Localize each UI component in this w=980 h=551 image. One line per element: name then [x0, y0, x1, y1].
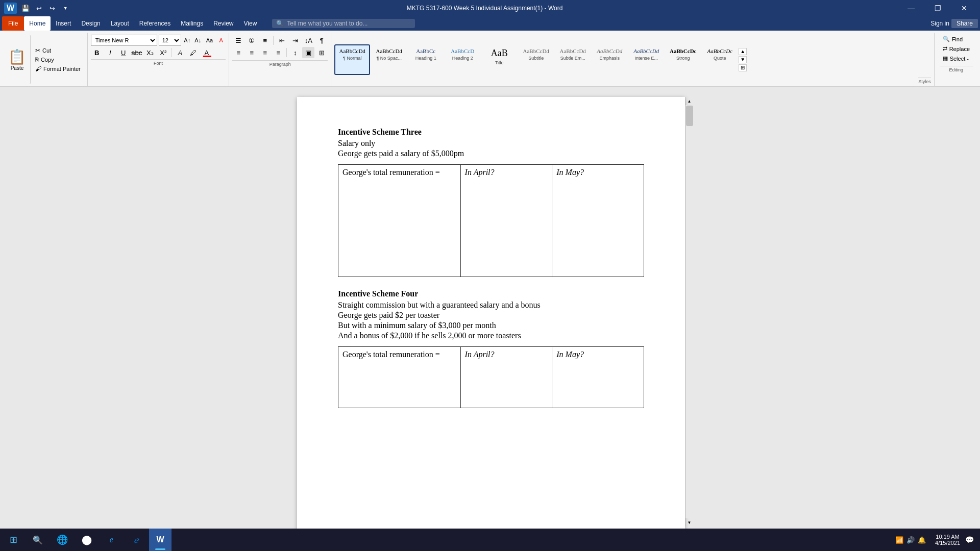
align-left-button[interactable]: ≡ [232, 47, 244, 58]
start-button[interactable]: ⊞ [2, 529, 24, 551]
paragraph-label: Paragraph [232, 60, 328, 68]
font-grow-button[interactable]: A↑ [183, 36, 192, 45]
quick-save-icon[interactable]: 💾 [21, 4, 30, 13]
sort-button[interactable]: ↕A [302, 35, 314, 46]
styles-expand[interactable]: ⊞ [739, 64, 747, 71]
table-cell-label-s4[interactable]: George's total remuneration = [338, 347, 461, 408]
tray-network-icon[interactable]: 📶 [895, 536, 903, 544]
search-button[interactable]: 🔍 [27, 529, 49, 551]
styles-scroll-up[interactable]: ▲ [739, 48, 747, 55]
menu-mailings[interactable]: Mailings [176, 16, 208, 31]
text-highlight-button[interactable]: 🖊 [187, 47, 200, 58]
scroll-down-button[interactable]: ▼ [685, 518, 694, 527]
decrease-indent-button[interactable]: ⇤ [276, 35, 288, 46]
sign-in-link[interactable]: Sign in [930, 20, 949, 27]
table-cell-label[interactable]: George's total remuneration = [338, 165, 461, 277]
minimize-button[interactable]: — [899, 0, 923, 16]
superscript-button[interactable]: X² [157, 47, 169, 58]
style-strong[interactable]: AaBbCcDc Strong [665, 44, 701, 75]
ie-icon[interactable]: e [100, 529, 122, 551]
table-cell-may-s4[interactable]: In May? [552, 347, 644, 408]
underline-button[interactable]: U [117, 47, 130, 58]
menu-review[interactable]: Review [208, 16, 238, 31]
menu-view[interactable]: View [239, 16, 262, 31]
quick-access-dropdown[interactable]: ▼ [61, 4, 70, 13]
ie2-icon[interactable]: ℯ [125, 529, 147, 551]
styles-scroll-down[interactable]: ▼ [739, 56, 747, 63]
menu-references[interactable]: References [134, 16, 176, 31]
justify-button[interactable]: ≡ [272, 47, 284, 58]
numbering-button[interactable]: ① [246, 35, 258, 46]
chrome-browser-icon[interactable]: ⬤ [76, 529, 98, 551]
shading-button[interactable]: ▣ [302, 47, 314, 58]
increase-indent-button[interactable]: ⇥ [289, 35, 301, 46]
change-case-button[interactable]: Aa [204, 36, 215, 45]
style-subtle-emphasis[interactable]: AaBbCcDd Subtle Em... [555, 44, 591, 75]
word-taskbar-icon[interactable]: W [149, 529, 172, 551]
divider [172, 48, 172, 57]
style-subtitle[interactable]: AaBbCcDd Subtitle [518, 44, 554, 75]
bullets-button[interactable]: ☰ [232, 35, 244, 46]
copy-button[interactable]: ⎘ Copy [34, 56, 82, 64]
menu-file[interactable]: File [2, 16, 24, 31]
text-effects-button[interactable]: A [174, 47, 186, 58]
bold-button[interactable]: B [91, 47, 103, 58]
scroll-track[interactable] [685, 105, 693, 518]
select-button[interactable]: ▦ Select - [940, 54, 973, 63]
clear-formatting-button[interactable]: A [216, 36, 226, 45]
style-quote[interactable]: AaBbCcDc Quote [702, 44, 738, 75]
style-intense-emphasis[interactable]: AaBbCcDd Intense E... [628, 44, 664, 75]
style-title-preview: AaB [491, 47, 508, 59]
style-heading2[interactable]: AaBbCcD Heading 2 [445, 44, 480, 75]
italic-button[interactable]: I [104, 47, 116, 58]
maximize-button[interactable]: ❐ [926, 0, 949, 16]
table-cell-april[interactable]: In April? [460, 165, 552, 277]
style-no-spacing[interactable]: AaBbCcDd ¶ No Spac... [371, 44, 407, 75]
menu-insert[interactable]: Insert [51, 16, 76, 31]
menu-layout[interactable]: Layout [106, 16, 134, 31]
menu-design[interactable]: Design [76, 16, 105, 31]
show-formatting-button[interactable]: ¶ [315, 35, 328, 46]
close-button[interactable]: ✕ [952, 0, 976, 16]
undo-icon[interactable]: ↩ [34, 4, 43, 13]
share-button[interactable]: Share [951, 19, 978, 28]
clock[interactable]: 10:19 AM 4/15/2021 [932, 534, 963, 546]
line-spacing-button[interactable]: ↕ [289, 47, 301, 58]
style-heading1[interactable]: AaBbCc Heading 1 [408, 44, 444, 75]
replace-button[interactable]: ⇄ Replace [940, 44, 973, 53]
scroll-up-button[interactable]: ▲ [685, 97, 694, 105]
align-right-button[interactable]: ≡ [259, 47, 271, 58]
action-center-icon[interactable]: 💬 [965, 536, 974, 544]
menu-home[interactable]: Home [24, 16, 51, 31]
style-normal[interactable]: AaBbCcDd ¶ Normal [334, 44, 370, 75]
scroll-thumb[interactable] [686, 106, 693, 126]
multilevel-list-button[interactable]: ≡ [259, 35, 271, 46]
paste-button[interactable]: 📋 Paste [4, 35, 31, 84]
table-cell-april-s4[interactable]: In April? [460, 347, 552, 408]
paste-label: Paste [11, 65, 24, 71]
redo-icon[interactable]: ↪ [47, 4, 57, 13]
font-color-button[interactable]: A [201, 47, 213, 58]
table-cell-may[interactable]: In May? [552, 165, 644, 277]
font-name-select[interactable]: Times New R [91, 35, 157, 46]
style-title[interactable]: AaB Title [481, 44, 517, 75]
subscript-button[interactable]: X₂ [144, 47, 156, 58]
find-button[interactable]: 🔍 Find [940, 35, 973, 43]
style-heading1-preview: AaBbCc [416, 47, 435, 55]
tell-me-search[interactable]: 🔍 Tell me what you want to do... [272, 19, 415, 28]
align-center-button[interactable]: ≡ [246, 47, 258, 58]
tray-volume-icon[interactable]: 🔊 [906, 536, 915, 544]
borders-button[interactable]: ⊞ [315, 47, 328, 58]
font-size-select[interactable]: 12 [159, 35, 181, 46]
document-page[interactable]: Incentive Scheme Three Salary only Georg… [297, 97, 685, 537]
edge-browser-icon[interactable]: 🌐 [51, 529, 74, 551]
font-shrink-button[interactable]: A↓ [193, 36, 203, 45]
style-emphasis[interactable]: AaBbCcDd Emphasis [592, 44, 627, 75]
strikethrough-button[interactable]: abc [131, 47, 143, 58]
tray-notification-icon[interactable]: 🔔 [918, 536, 926, 544]
format-painter-button[interactable]: 🖌 Format Painter [34, 65, 82, 73]
search-placeholder: Tell me what you want to do... [287, 20, 368, 27]
cut-button[interactable]: ✂ Cut [34, 46, 82, 55]
document-title: MKTG 5317-600 Week 5 Individual Assignme… [70, 5, 899, 12]
divider [273, 36, 274, 45]
